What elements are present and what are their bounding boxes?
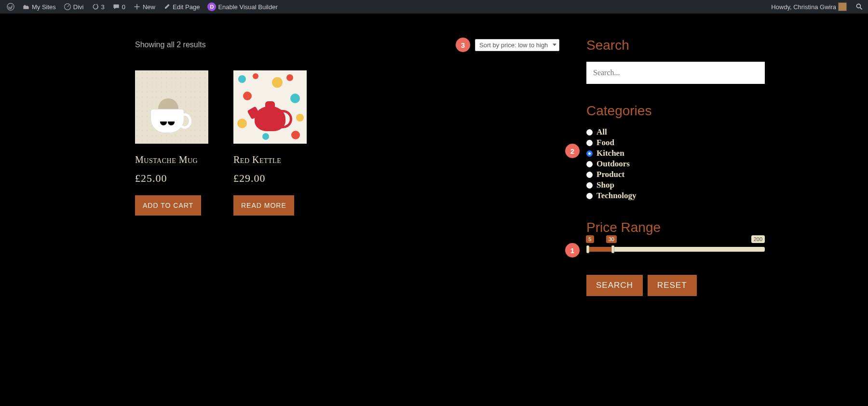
pencil-icon — [163, 3, 171, 11]
price-title: Price Range — [586, 220, 765, 235]
updates-link[interactable]: 3 — [88, 0, 108, 14]
slider-max-label: 200 — [751, 235, 765, 243]
category-label: Kitchen — [597, 149, 624, 158]
updates-icon — [92, 3, 99, 11]
product-image — [135, 70, 208, 144]
slider-handle-max[interactable] — [611, 245, 614, 253]
price-widget: 1 Price Range 5 30 200 — [586, 220, 765, 252]
wp-admin-bar: My Sites Divi 3 0 New — [0, 0, 868, 14]
radio-icon — [586, 172, 593, 178]
radio-icon — [586, 129, 593, 135]
comments-link[interactable]: 0 — [108, 0, 129, 14]
product-title: Mustache Mug — [135, 154, 208, 165]
shop-sidebar: Search 2 Categories AllFoodKitchenOutdoo… — [586, 38, 765, 296]
radio-icon — [586, 182, 593, 189]
annotation-2: 2 — [565, 144, 580, 158]
radio-icon — [586, 150, 593, 157]
my-sites-link[interactable]: My Sites — [18, 0, 60, 14]
product-card[interactable]: Red Kettle £29.00 READ MORE — [233, 70, 307, 216]
category-item[interactable]: Food — [586, 138, 765, 148]
search-title: Search — [586, 38, 765, 53]
howdy-label: Howdy, Christina Gwira — [771, 3, 836, 11]
visual-builder-link[interactable]: D Enable Visual Builder — [203, 0, 281, 14]
search-toggle[interactable] — [854, 0, 865, 14]
category-item[interactable]: All — [586, 127, 765, 137]
howdy-link[interactable]: Howdy, Christina Gwira — [767, 0, 851, 14]
updates-count: 3 — [101, 3, 105, 11]
wp-logo[interactable] — [3, 0, 18, 14]
edit-page-link[interactable]: Edit Page — [159, 0, 203, 14]
search-button[interactable]: SEARCH — [586, 275, 643, 296]
comments-count: 0 — [122, 3, 125, 11]
product-title: Red Kettle — [233, 154, 307, 165]
result-count: Showing all 2 results — [135, 41, 206, 49]
visual-builder-label: Enable Visual Builder — [218, 3, 277, 11]
radio-icon — [586, 140, 593, 146]
product-price: £25.00 — [135, 172, 208, 185]
search-input[interactable] — [586, 62, 765, 84]
comments-icon — [112, 3, 120, 11]
new-link[interactable]: New — [129, 0, 159, 14]
search-icon — [855, 3, 863, 11]
product-card[interactable]: Mustache Mug £25.00 ADD TO CART — [135, 70, 208, 216]
category-item[interactable]: Outdoors — [586, 159, 765, 169]
radio-icon — [586, 161, 593, 167]
radio-icon — [586, 193, 593, 199]
price-slider[interactable] — [586, 247, 765, 252]
category-item[interactable]: Kitchen — [586, 149, 765, 158]
categories-widget: 2 Categories AllFoodKitchenOutdoorsProdu… — [586, 103, 765, 201]
slider-min-bubble: 5 — [586, 235, 594, 243]
slider-handle-min[interactable] — [586, 245, 589, 253]
category-label: Food — [597, 138, 614, 148]
edit-page-label: Edit Page — [173, 3, 200, 11]
product-price: £29.00 — [233, 172, 307, 185]
new-label: New — [143, 3, 155, 11]
annotation-1: 1 — [565, 243, 580, 257]
category-label: Outdoors — [597, 159, 630, 169]
add-to-cart-button[interactable]: ADD TO CART — [135, 195, 201, 216]
annotation-3: 3 — [456, 38, 470, 52]
category-item[interactable]: Product — [586, 170, 765, 179]
wordpress-icon — [7, 3, 14, 11]
avatar — [838, 2, 847, 11]
svg-point-2 — [856, 4, 860, 8]
multisite-icon — [22, 3, 30, 11]
search-widget: Search — [586, 38, 765, 84]
site-name-label: Divi — [73, 3, 84, 11]
category-label: Product — [597, 170, 624, 179]
read-more-button[interactable]: READ MORE — [233, 195, 294, 216]
sort-select[interactable]: Sort by price: low to high — [475, 39, 559, 51]
category-item[interactable]: Technology — [586, 191, 765, 201]
site-name-link[interactable]: Divi — [60, 0, 88, 14]
category-label: All — [597, 127, 607, 137]
product-image — [233, 70, 307, 144]
my-sites-label: My Sites — [32, 3, 56, 11]
category-label: Technology — [597, 191, 637, 201]
category-label: Shop — [597, 180, 614, 190]
dashboard-icon — [64, 3, 71, 11]
plus-icon — [133, 3, 141, 11]
category-item[interactable]: Shop — [586, 180, 765, 190]
reset-button[interactable]: RESET — [648, 275, 697, 296]
categories-title: Categories — [586, 103, 765, 119]
shop-main: Showing all 2 results 3 Sort by price: l… — [135, 38, 559, 296]
divi-icon: D — [207, 2, 216, 11]
slider-current-bubble: 30 — [606, 235, 617, 243]
